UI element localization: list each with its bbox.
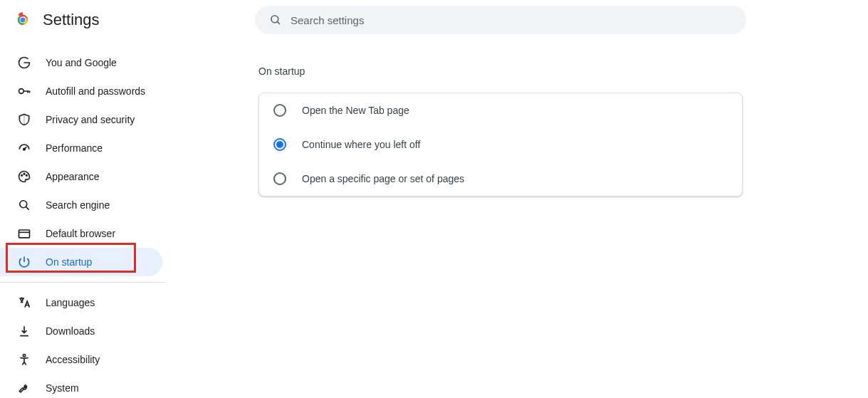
sidebar-item-on-startup[interactable]: On startup <box>0 248 162 276</box>
google-g-icon <box>17 56 31 70</box>
sidebar-item-accessibility[interactable]: Accessibility <box>0 345 162 374</box>
sidebar-item-system[interactable]: System <box>0 374 162 398</box>
radio-label: Open the New Tab page <box>302 105 409 116</box>
sidebar-item-autofill[interactable]: Autofill and passwords <box>0 77 162 105</box>
sidebar-item-label: Languages <box>46 297 95 308</box>
sidebar-item-default-browser[interactable]: Default browser <box>0 219 162 248</box>
browser-icon <box>17 226 31 241</box>
radio-open-new-tab[interactable]: Open the New Tab page <box>259 93 742 127</box>
sidebar-item-label: Downloads <box>46 325 95 337</box>
sidebar-item-label: Search engine <box>46 199 110 211</box>
key-icon <box>17 84 31 98</box>
download-icon <box>17 324 31 338</box>
svg-point-5 <box>19 89 24 94</box>
main-content: On startup Open the New Tab page Continu… <box>178 40 868 398</box>
radio-continue-left-off[interactable]: Continue where you left off <box>259 127 742 162</box>
svg-point-10 <box>20 201 27 208</box>
svg-point-14 <box>23 355 25 357</box>
sidebar-item-label: Privacy and security <box>46 114 135 125</box>
chrome-logo-icon <box>14 11 31 28</box>
sidebar-item-privacy[interactable]: Privacy and security <box>0 105 162 134</box>
radio-label: Open a specific page or set of pages <box>302 173 464 184</box>
sidebar-item-label: Accessibility <box>46 354 100 365</box>
speedometer-icon <box>17 141 31 155</box>
accessibility-icon <box>17 352 31 367</box>
startup-options-card: Open the New Tab page Continue where you… <box>258 93 743 197</box>
sidebar[interactable]: You and Google Autofill and passwords Pr… <box>0 40 165 398</box>
radio-specific-pages[interactable]: Open a specific page or set of pages <box>259 162 742 196</box>
svg-line-11 <box>26 207 29 210</box>
sidebar-item-label: Default browser <box>46 228 115 239</box>
section-title: On startup <box>258 66 868 77</box>
radio-icon-checked <box>273 138 286 151</box>
radio-label: Continue where you left off <box>302 139 420 150</box>
sidebar-item-downloads[interactable]: Downloads <box>0 317 162 345</box>
svg-rect-12 <box>19 230 30 238</box>
sidebar-item-label: Performance <box>46 142 103 154</box>
wrench-icon <box>17 381 31 395</box>
search-input[interactable] <box>291 14 732 26</box>
power-icon <box>17 255 31 269</box>
shield-icon <box>17 112 31 127</box>
svg-line-4 <box>278 22 280 24</box>
search-bar[interactable] <box>255 6 746 34</box>
svg-point-6 <box>23 148 26 150</box>
sidebar-divider <box>0 282 165 283</box>
page-title: Settings <box>43 11 100 29</box>
sidebar-item-label: System <box>46 382 79 394</box>
radio-icon <box>273 172 286 185</box>
search-icon <box>269 14 282 26</box>
svg-point-8 <box>23 173 25 174</box>
sidebar-item-languages[interactable]: Languages <box>0 288 162 317</box>
sidebar-item-you-and-google[interactable]: You and Google <box>0 48 162 77</box>
radio-icon <box>273 104 286 117</box>
svg-point-2 <box>21 18 26 23</box>
svg-point-7 <box>21 175 23 177</box>
sidebar-item-search-engine[interactable]: Search engine <box>0 191 162 219</box>
svg-point-9 <box>26 175 28 177</box>
translate-icon <box>17 295 31 310</box>
sidebar-item-label: Appearance <box>46 171 100 182</box>
palette-icon <box>17 169 31 184</box>
sidebar-item-appearance[interactable]: Appearance <box>0 162 162 191</box>
sidebar-item-label: On startup <box>46 256 92 268</box>
sidebar-item-label: You and Google <box>46 57 117 68</box>
svg-point-3 <box>271 16 278 23</box>
sidebar-item-label: Autofill and passwords <box>46 85 145 97</box>
magnify-icon <box>17 198 31 212</box>
sidebar-item-performance[interactable]: Performance <box>0 134 162 162</box>
